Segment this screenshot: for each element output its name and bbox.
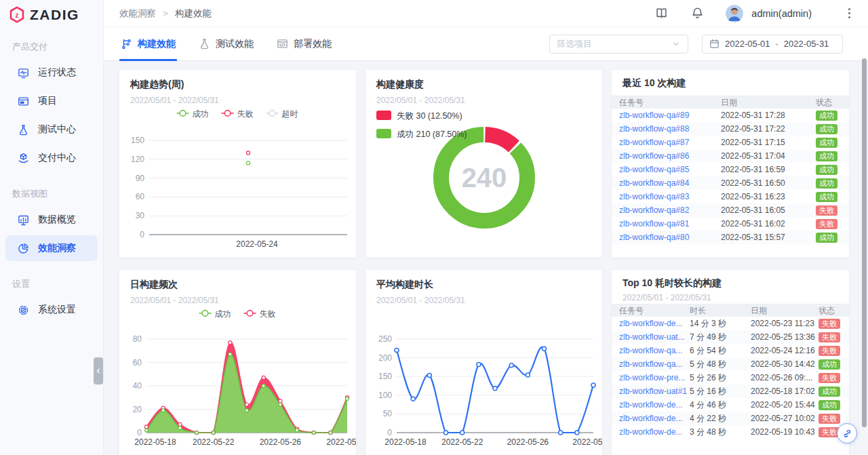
docs-book-icon[interactable] bbox=[655, 7, 668, 20]
svg-text:240: 240 bbox=[462, 163, 507, 193]
task-link[interactable]: zlb-workflow-qa#85 bbox=[619, 165, 721, 174]
build-health-card: 构建健康度 2022/05/01 - 2022/05/31 240失败 30 (… bbox=[366, 70, 602, 258]
task-link[interactable]: zlb-workflow-qa... bbox=[619, 346, 690, 355]
svg-text:120: 120 bbox=[131, 155, 144, 164]
task-link[interactable]: zlb-workflow-uat#1 bbox=[619, 387, 690, 396]
tab-label: 构建效能 bbox=[138, 38, 176, 50]
task-link[interactable]: zlb-workflow-qa#81 bbox=[619, 219, 721, 229]
project-filter-select[interactable]: 筛选项目 bbox=[549, 35, 688, 54]
duration-cell: 14 分 3 秒 bbox=[690, 318, 751, 330]
sidebar-section-label: 设置 bbox=[12, 278, 91, 290]
svg-text:2022-05-22: 2022-05-22 bbox=[441, 437, 484, 447]
task-link[interactable]: zlb-workflow-qa#84 bbox=[619, 178, 721, 188]
duration-cell: 5 分 48 秒 bbox=[690, 359, 751, 370]
brand-logo[interactable]: z ZADIG bbox=[0, 0, 103, 24]
date-cell: 2022-05-23 11:23 bbox=[751, 319, 818, 328]
sidebar-item-insight[interactable]: 效能洞察 bbox=[5, 235, 98, 261]
tab-deploy-efficiency[interactable]: 部署效能 bbox=[275, 27, 333, 61]
status-badge: 成功 bbox=[816, 151, 837, 161]
card-title: Top 10 耗时较长的构建 bbox=[623, 277, 838, 290]
task-link[interactable]: zlb-workflow-qa#83 bbox=[619, 192, 721, 201]
card-subtitle: 2022/05/01 - 2022/05/31 bbox=[376, 296, 591, 305]
task-link[interactable]: zlb-workflow-qa#89 bbox=[619, 111, 721, 120]
card-title: 构建健康度 bbox=[376, 79, 591, 91]
task-link[interactable]: zlb-workflow-qa#87 bbox=[619, 138, 721, 147]
main-area: 效能洞察 > 构建效能 admin(admin) bbox=[103, 0, 868, 455]
svg-text:2022-05-24: 2022-05-24 bbox=[236, 239, 278, 249]
sidebar-item-projects[interactable]: 项目 bbox=[5, 88, 98, 114]
task-link[interactable]: zlb-workflow-de... bbox=[619, 427, 690, 437]
date-cell: 2022-05-24 12:16 bbox=[751, 346, 818, 355]
date-range-picker[interactable]: 2022-05-01 - 2022-05-31 bbox=[702, 35, 843, 54]
project-filter-placeholder: 筛选项目 bbox=[557, 38, 592, 50]
date-cell: 2022-05-18 17:02 bbox=[751, 387, 818, 396]
sidebar-item-data-overview[interactable]: 数据概览 bbox=[5, 207, 98, 233]
status-badge: 成功 bbox=[818, 359, 840, 370]
date-cell: 2022-05-20 15:44 bbox=[751, 400, 818, 410]
duration-cell: 6 分 54 秒 bbox=[690, 345, 751, 357]
card-subtitle: 2022/05/01 - 2022/05/31 bbox=[130, 96, 345, 105]
flask-icon bbox=[18, 124, 29, 136]
sidebar-item-label: 项目 bbox=[38, 95, 57, 107]
status-badge: 成功 bbox=[818, 400, 840, 410]
share-link-button[interactable] bbox=[837, 423, 857, 443]
svg-text:60: 60 bbox=[133, 358, 142, 368]
build-trend-chart: 03060901201502022-05-24成功失败超时 bbox=[119, 107, 356, 258]
notifications-bell-icon[interactable] bbox=[691, 7, 704, 20]
svg-text:超时: 超时 bbox=[282, 109, 298, 119]
status-badge: 失败 bbox=[816, 205, 837, 216]
sidebar-collapse-handle[interactable] bbox=[94, 357, 103, 384]
table-row: zlb-workflow-qa#842022-05-31 16:50成功 bbox=[612, 176, 849, 190]
date-cell: 2022-05-31 17:28 bbox=[721, 111, 816, 120]
tab-bar: 构建效能测试效能部署效能 筛选项目 2022-05-01 - 2022-05-3… bbox=[103, 27, 868, 61]
task-link[interactable]: zlb-workflow-qa#86 bbox=[619, 151, 721, 161]
calendar-icon bbox=[709, 39, 719, 49]
task-link[interactable]: zlb-workflow-qa#82 bbox=[619, 205, 721, 215]
sidebar-item-label: 运行状态 bbox=[38, 66, 76, 79]
tab-build-efficiency[interactable]: 构建效能 bbox=[119, 27, 177, 61]
username-menu[interactable]: admin(admin) bbox=[751, 8, 812, 19]
table-row: zlb-workflow-de...14 分 3 秒2022-05-23 11:… bbox=[612, 317, 849, 330]
task-link[interactable]: zlb-workflow-qa#80 bbox=[619, 233, 721, 242]
sidebar-item-delivery-center[interactable]: 交付中心 bbox=[5, 145, 98, 171]
tab-test-efficiency[interactable]: 测试效能 bbox=[197, 27, 255, 61]
task-link[interactable]: zlb-workflow-de... bbox=[619, 319, 690, 328]
sidebar-item-test-center[interactable]: 测试中心 bbox=[5, 117, 98, 142]
dashboard-content: 构建趋势(周) 2022/05/01 - 2022/05/31 03060901… bbox=[103, 61, 868, 455]
task-link[interactable]: zlb-workflow-qa... bbox=[619, 359, 690, 369]
breadcrumb-parent[interactable]: 效能洞察 bbox=[119, 7, 156, 20]
task-link[interactable]: zlb-workflow-qa#88 bbox=[619, 124, 721, 134]
vertical-scrollbar[interactable] bbox=[862, 58, 867, 427]
sidebar-item-label: 交付中心 bbox=[38, 152, 76, 164]
task-link[interactable]: zlb-workflow-pre... bbox=[619, 373, 690, 382]
date-cell: 2022-05-31 16:59 bbox=[721, 165, 816, 174]
svg-text:80: 80 bbox=[133, 334, 142, 344]
more-options-icon[interactable] bbox=[843, 7, 856, 20]
date-cell: 2022-05-25 13:36 bbox=[751, 332, 818, 342]
recent-builds-card: 最近 10 次构建 任务号日期状态zlb-workflow-qa#892022-… bbox=[612, 70, 849, 258]
status-badge: 成功 bbox=[816, 111, 837, 121]
project-icon bbox=[18, 96, 29, 107]
table-row: zlb-workflow-de...3 分 48 秒2022-05-19 10:… bbox=[612, 425, 849, 439]
duration-cell: 5 分 16 秒 bbox=[690, 386, 751, 397]
task-link[interactable]: zlb-workflow-uat... bbox=[619, 332, 690, 342]
deploy-code-icon bbox=[277, 38, 288, 50]
svg-text:0: 0 bbox=[137, 428, 142, 437]
task-link[interactable]: zlb-workflow-de... bbox=[619, 400, 690, 410]
svg-text:2022-05-30: 2022-05-30 bbox=[572, 437, 602, 447]
table-row: zlb-workflow-qa#812022-05-31 16:02失败 bbox=[612, 217, 849, 231]
sidebar-item-system-settings[interactable]: 系统设置 bbox=[5, 297, 98, 323]
user-avatar[interactable] bbox=[726, 5, 743, 22]
task-link[interactable]: zlb-workflow-de... bbox=[619, 414, 690, 423]
status-badge: 失败 bbox=[818, 373, 840, 383]
svg-text:成功: 成功 bbox=[215, 309, 231, 319]
tab-label: 测试效能 bbox=[216, 38, 254, 50]
table-row: zlb-workflow-qa...5 分 48 秒2022-05-30 14:… bbox=[612, 357, 849, 371]
svg-text:2022-05-26: 2022-05-26 bbox=[260, 437, 302, 447]
svg-text:成功: 成功 bbox=[193, 109, 209, 119]
svg-text:失败: 失败 bbox=[260, 309, 276, 319]
sidebar-item-running-status[interactable]: 运行状态 bbox=[5, 60, 98, 85]
chevron-left-icon bbox=[95, 368, 102, 374]
table-row: zlb-workflow-qa...6 分 54 秒2022-05-24 12:… bbox=[612, 344, 849, 357]
pie-chart-icon bbox=[18, 243, 29, 254]
